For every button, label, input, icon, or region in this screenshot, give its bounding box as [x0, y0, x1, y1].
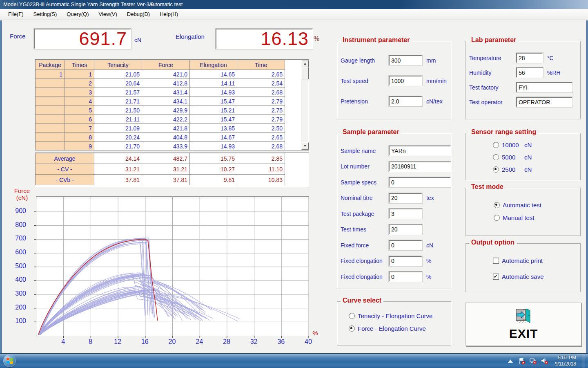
- test-mode-title: Test mode: [469, 183, 506, 191]
- pretension-input[interactable]: [389, 96, 422, 106]
- test-mode-group: Test mode Automatic testManual test: [466, 188, 581, 236]
- fixed-elongation-2-label: Fixed elongation: [341, 274, 389, 280]
- radio-option-2500-cn[interactable]: 2500cN: [493, 166, 580, 173]
- radio-icon[interactable]: [494, 215, 500, 221]
- col-header-package: Package: [36, 60, 65, 70]
- test-package-input[interactable]: [389, 209, 422, 219]
- cell-time: 2.68: [237, 88, 285, 97]
- cell-force: 421.8: [142, 124, 190, 133]
- cell-package: [36, 133, 65, 142]
- table-row[interactable]: 820.24404.814.672.65: [36, 133, 285, 142]
- gauge-length-label: Gauge length: [341, 57, 389, 64]
- cell-tenacity: 21.71: [94, 97, 142, 106]
- x-tick-12: 12: [109, 338, 126, 346]
- checkbox-label: Automatic save: [502, 273, 544, 280]
- instrument-parameter-title: Instrument parameter: [341, 36, 412, 44]
- radio-value: 10000: [502, 141, 521, 148]
- table-scrollbar[interactable]: ▲ ▼: [301, 60, 308, 150]
- chart-plot-area: [36, 196, 309, 336]
- exit-button[interactable]: EXIT: [466, 303, 581, 346]
- cell-times: 7: [65, 124, 94, 133]
- menu-item-view-v[interactable]: View(V): [94, 9, 122, 20]
- scroll-down-icon[interactable]: ▼: [301, 142, 309, 150]
- cell-elongation: 13.85: [190, 124, 237, 133]
- radio-icon[interactable]: [493, 166, 499, 173]
- checkbox-icon[interactable]: [493, 258, 499, 264]
- fixed-elongation-2-input[interactable]: [389, 272, 422, 282]
- radio-option-10000-cn[interactable]: 10000cN: [493, 141, 580, 148]
- taskbar-clock[interactable]: 5:07 PM 9/11/2018: [555, 355, 577, 367]
- fixed-elongation-1-input[interactable]: [389, 256, 422, 266]
- checkbox-option-automatic-save[interactable]: Automatic save: [493, 273, 580, 280]
- radio-option-automatic-test[interactable]: Automatic test: [494, 202, 580, 209]
- gauge-length-input[interactable]: [389, 55, 422, 65]
- table-row[interactable]: 220.64412.814.112.54: [36, 79, 285, 88]
- network-error-icon[interactable]: [530, 357, 537, 365]
- table-row[interactable]: 721.09421.813.852.50: [36, 124, 285, 133]
- radio-option-force-elongation-curve[interactable]: Force - Elongation Curve: [349, 325, 451, 332]
- table-row[interactable]: 321.57431.414.932.68: [36, 88, 285, 97]
- cell-elongation: 14.11: [190, 79, 237, 88]
- radio-icon[interactable]: [349, 313, 355, 319]
- menu-item-query-q[interactable]: Query(Q): [62, 9, 94, 20]
- checkbox-icon[interactable]: [493, 274, 499, 280]
- menu-item-setting-s[interactable]: Setting(S): [29, 9, 62, 20]
- test-times-input[interactable]: [389, 224, 422, 235]
- sensor-range-title: Sensor range setting: [469, 128, 538, 136]
- results-table: PackageTimesTenacityForceElongationTime1…: [35, 60, 285, 150]
- table-row[interactable]: 521.50429.915.212.75: [36, 106, 285, 115]
- scroll-up-icon[interactable]: ▲: [301, 60, 309, 67]
- y-tick-400: 400: [7, 276, 26, 283]
- radio-icon[interactable]: [493, 154, 499, 160]
- show-desktop-button[interactable]: [582, 354, 585, 368]
- cell-package: [36, 124, 65, 133]
- y-tick-700: 700: [7, 235, 26, 242]
- radio-option-manual-test[interactable]: Manual test: [494, 214, 580, 221]
- volume-error-icon[interactable]: [541, 357, 548, 365]
- table-row[interactable]: 421.71434.115.472.79: [36, 97, 285, 106]
- scrollbar-thumb[interactable]: [301, 67, 309, 79]
- nominal-titre-input[interactable]: [389, 193, 422, 203]
- elongation-label: Elongation: [176, 33, 205, 40]
- summary-value: 11.10: [237, 164, 285, 175]
- cell-tenacity: 21.11: [94, 115, 142, 124]
- x-tick-20: 20: [164, 338, 180, 346]
- cell-elongation: 14.67: [190, 133, 237, 142]
- fixed-force-input[interactable]: [389, 240, 422, 250]
- output-option-group: Output option Automatic printAutomatic s…: [466, 243, 581, 292]
- sample-specs-input[interactable]: [389, 177, 451, 187]
- x-tick-24: 24: [191, 338, 207, 346]
- humidity-input[interactable]: [516, 67, 543, 78]
- radio-icon[interactable]: [494, 202, 500, 208]
- radio-icon[interactable]: [493, 142, 499, 148]
- checkbox-option-automatic-print[interactable]: Automatic print: [493, 257, 580, 264]
- col-header-elongation: Elongation: [190, 60, 237, 70]
- summary-value: 37.81: [94, 175, 142, 185]
- temperature-input[interactable]: [516, 53, 543, 63]
- test-operator-input[interactable]: [516, 97, 572, 107]
- table-row[interactable]: 921.70433.914.932.68: [36, 142, 285, 151]
- sample-name-input[interactable]: [389, 146, 451, 156]
- menu-item-debug-d[interactable]: Debug(D): [122, 9, 155, 20]
- cell-time: 2.68: [237, 142, 285, 151]
- window-border-right: [586, 20, 588, 354]
- radio-icon[interactable]: [349, 325, 355, 332]
- cell-time: 2.65: [237, 70, 285, 79]
- start-button[interactable]: [3, 355, 16, 367]
- lot-number-input[interactable]: [389, 162, 451, 172]
- clock-date: 9/11/2018: [555, 361, 577, 367]
- table-row[interactable]: 1121.05421.014.652.65: [36, 70, 285, 79]
- pretension-label: Pretension: [341, 98, 389, 105]
- radio-value: 2500: [502, 166, 521, 173]
- test-speed-input[interactable]: [389, 76, 422, 86]
- summary-table-panel: Average24.14482.715.752.85- CV -31.2131.…: [35, 153, 309, 187]
- cell-package: [36, 142, 65, 151]
- table-row[interactable]: 621.11422.215.472.79: [36, 115, 285, 124]
- radio-option-tenacity-elongation-curve[interactable]: Tenacity - Elongation Curve: [349, 312, 451, 319]
- radio-option-5000-cn[interactable]: 5000cN: [493, 154, 580, 161]
- test-factory-input[interactable]: [516, 82, 572, 92]
- hidden-icons-arrow-icon[interactable]: [507, 357, 514, 365]
- menu-item-file-f[interactable]: File(F): [3, 9, 29, 20]
- menu-item-help-h[interactable]: Help(H): [155, 9, 183, 20]
- action-center-flag-error-icon[interactable]: [518, 357, 526, 365]
